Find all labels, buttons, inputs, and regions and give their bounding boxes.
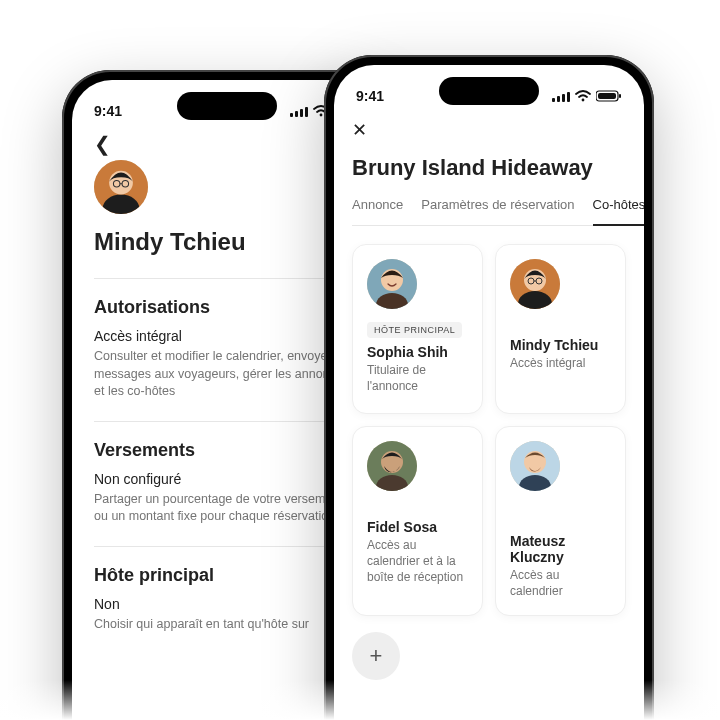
signal-icon	[290, 106, 308, 117]
cohost-role: Accès au calendrier	[510, 567, 611, 599]
close-button[interactable]: ✕	[352, 119, 367, 141]
avatar	[510, 259, 560, 309]
add-cohost-button[interactable]: +	[352, 628, 483, 680]
plus-icon: +	[352, 632, 400, 680]
section-payouts[interactable]: Versements Non configuré Partager un pou…	[94, 421, 360, 546]
cohost-name: Mindy Tchieu	[510, 337, 611, 353]
section-value: Accès intégral	[94, 328, 360, 344]
signal-icon	[552, 91, 570, 102]
notch	[177, 92, 277, 120]
section-permissions[interactable]: Autorisations Accès intégral Consulter e…	[94, 278, 360, 421]
tabs: Annonce Paramètres de réservation Co-hôt…	[352, 197, 626, 226]
section-desc: Consulter et modifier le calendrier, env…	[94, 348, 360, 401]
status-time: 9:41	[356, 88, 384, 104]
cohost-name: Mateusz Kluczny	[510, 533, 611, 565]
cohost-role: Titulaire de l'annonce	[367, 362, 468, 394]
cohost-grid: HÔTE PRINCIPAL Sophia Shih Titulaire de …	[352, 244, 626, 680]
status-time: 9:41	[94, 103, 122, 119]
back-button[interactable]: ❮	[94, 134, 111, 154]
section-value: Non configuré	[94, 471, 360, 487]
avatar	[367, 259, 417, 309]
battery-icon	[596, 90, 622, 102]
section-desc: Partager un pourcentage de votre verseme…	[94, 491, 360, 526]
section-value: Non	[94, 596, 360, 612]
primary-host-badge: HÔTE PRINCIPAL	[367, 322, 462, 338]
phone-listing: 9:41 ✕ Bruny Island Hideaway Annonce Par…	[324, 55, 654, 720]
avatar[interactable]	[94, 160, 148, 214]
cohost-name: Fidel Sosa	[367, 519, 468, 535]
wifi-icon	[575, 90, 591, 102]
notch	[439, 77, 539, 105]
tab-cohosts[interactable]: Co-hôtes	[593, 197, 644, 226]
cohost-role: Accès intégral	[510, 355, 611, 371]
section-title: Autorisations	[94, 297, 360, 318]
section-desc: Choisir qui apparaît en tant qu'hôte sur	[94, 616, 360, 634]
cohost-card[interactable]: HÔTE PRINCIPAL Sophia Shih Titulaire de …	[352, 244, 483, 414]
section-title: Versements	[94, 440, 360, 461]
listing-title: Bruny Island Hideaway	[352, 155, 626, 181]
cohost-role: Accès au calendrier et à la boîte de réc…	[367, 537, 468, 586]
cohost-card[interactable]: Fidel Sosa Accès au calendrier et à la b…	[352, 426, 483, 616]
avatar	[510, 441, 560, 491]
section-title: Hôte principal	[94, 565, 360, 586]
cohost-card[interactable]: Mateusz Kluczny Accès au calendrier	[495, 426, 626, 616]
cohost-name: Sophia Shih	[367, 344, 468, 360]
page-title: Mindy Tchieu	[94, 228, 360, 256]
cohost-card[interactable]: Mindy Tchieu Accès intégral	[495, 244, 626, 414]
status-indicators	[552, 90, 622, 102]
avatar	[367, 441, 417, 491]
tab-listing[interactable]: Annonce	[352, 197, 403, 225]
section-primary-host[interactable]: Hôte principal Non Choisir qui apparaît …	[94, 546, 360, 654]
tab-booking-settings[interactable]: Paramètres de réservation	[421, 197, 574, 225]
